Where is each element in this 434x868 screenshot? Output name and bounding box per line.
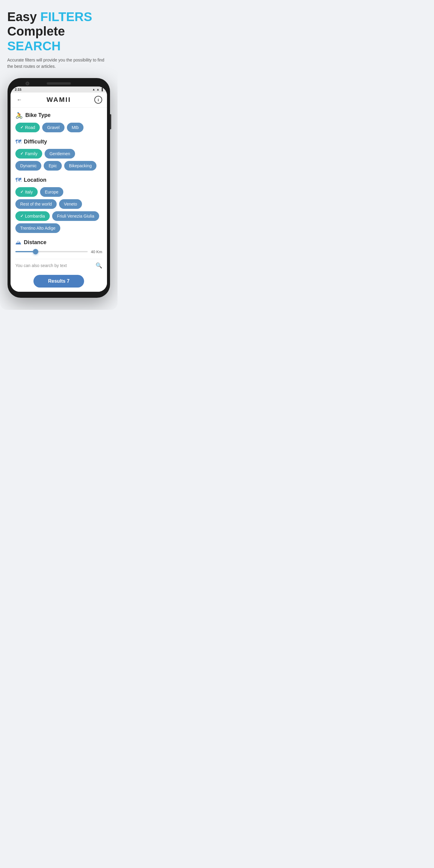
headline-line2-static: Complete — [7, 24, 65, 38]
camera — [26, 82, 29, 85]
slider-fill — [16, 251, 36, 252]
difficulty-chips: ✓ Family Gentlemen Dynamic Epic — [16, 149, 102, 170]
status-time: 2:15 — [15, 88, 22, 91]
headline-line1-accent: FILTERS — [40, 10, 92, 24]
wifi-icon: ▲ — [92, 88, 95, 91]
back-button[interactable]: ← — [16, 96, 23, 104]
check-icon: ✓ — [20, 125, 24, 130]
distance-slider-wrapper: 40 Km — [16, 250, 102, 254]
chip-friuli[interactable]: Friuli Venezia Giulia — [52, 211, 99, 221]
difficulty-icon: 🗺 — [16, 138, 22, 145]
phone-screen: 2:15 ▲ ▲ ▐ ← WAMII i 🚴 Bike T — [10, 87, 107, 292]
search-text-label: You can also search by text — [16, 263, 67, 268]
subtitle: Accurate filters will provide you the po… — [7, 57, 110, 70]
difficulty-header: 🗺 Difficulty — [16, 138, 102, 145]
difficulty-section: 🗺 Difficulty ✓ Family Gentlemen Dynamic — [16, 138, 102, 170]
results-button[interactable]: Results 7 — [33, 275, 84, 287]
check-icon: ✓ — [20, 190, 24, 194]
distance-value: 40 Km — [91, 250, 102, 254]
slider-thumb[interactable] — [33, 249, 38, 254]
side-button — [110, 114, 111, 129]
chip-epic[interactable]: Epic — [44, 161, 61, 170]
phone-mockup: 2:15 ▲ ▲ ▐ ← WAMII i 🚴 Bike T — [7, 78, 110, 298]
location-chips: ✓ Italy Europe Rest of the world Veneto — [16, 187, 102, 233]
bike-type-chips: ✓ Road Gravel Mtb — [16, 123, 102, 132]
app-bar: ← WAMII i — [10, 93, 107, 107]
chip-veneto[interactable]: Veneto — [59, 199, 82, 209]
location-section: 🗺 Location ✓ Italy Europe Rest of the wo… — [16, 177, 102, 233]
bike-type-section: 🚴 Bike Type ✓ Road Gravel Mtb — [16, 112, 102, 132]
chip-bikepacking[interactable]: Bikepacking — [64, 161, 97, 170]
chip-gentlemen[interactable]: Gentlemen — [44, 149, 75, 158]
signal-icon: ▲ — [96, 88, 99, 91]
distance-header: ⛰ Distance — [16, 239, 102, 246]
chip-dynamic[interactable]: Dynamic — [16, 161, 41, 170]
bike-icon: 🚴 — [16, 112, 23, 119]
distance-title: Distance — [24, 239, 46, 246]
search-text-row: You can also search by text 🔍 — [16, 259, 102, 272]
chip-italy[interactable]: ✓ Italy — [16, 187, 38, 197]
header-section: Easy FILTERS Complete SEARCH Accurate fi… — [7, 10, 110, 70]
speaker — [47, 82, 71, 85]
chip-lombardia[interactable]: ✓ Lombardia — [16, 211, 50, 221]
location-header: 🗺 Location — [16, 177, 102, 184]
chip-family[interactable]: ✓ Family — [16, 149, 42, 158]
battery-icon: ▐ — [101, 88, 103, 91]
location-title: Location — [24, 177, 46, 183]
chip-trentino[interactable]: Trentino Alto Adige — [16, 223, 60, 233]
headline: Easy FILTERS Complete SEARCH — [7, 10, 110, 53]
app-logo: WAMII — [47, 96, 71, 104]
status-icons: ▲ ▲ ▐ — [92, 88, 103, 91]
distance-icon: ⛰ — [16, 239, 22, 246]
bike-type-header: 🚴 Bike Type — [16, 112, 102, 119]
phone: 2:15 ▲ ▲ ▐ ← WAMII i 🚴 Bike T — [7, 78, 110, 298]
difficulty-title: Difficulty — [24, 138, 47, 145]
check-icon: ✓ — [20, 151, 24, 156]
chip-gravel[interactable]: Gravel — [42, 123, 64, 132]
search-icon[interactable]: 🔍 — [96, 262, 102, 269]
distance-section: ⛰ Distance 40 Km — [16, 239, 102, 254]
status-bar: 2:15 ▲ ▲ ▐ — [10, 87, 107, 93]
location-icon: 🗺 — [16, 177, 22, 184]
info-button[interactable]: i — [94, 96, 102, 104]
check-icon: ✓ — [20, 214, 24, 218]
chip-mtb[interactable]: Mtb — [67, 123, 84, 132]
headline-line1-static: Easy — [7, 10, 40, 24]
headline-line2-accent: SEARCH — [7, 39, 61, 53]
chip-rest-of-world[interactable]: Rest of the world — [16, 199, 57, 209]
filter-content: 🚴 Bike Type ✓ Road Gravel Mtb — [10, 107, 107, 292]
slider-track — [16, 251, 88, 252]
bike-type-title: Bike Type — [25, 112, 51, 119]
chip-road[interactable]: ✓ Road — [16, 123, 40, 132]
phone-top — [10, 82, 107, 85]
chip-europe[interactable]: Europe — [40, 187, 63, 197]
